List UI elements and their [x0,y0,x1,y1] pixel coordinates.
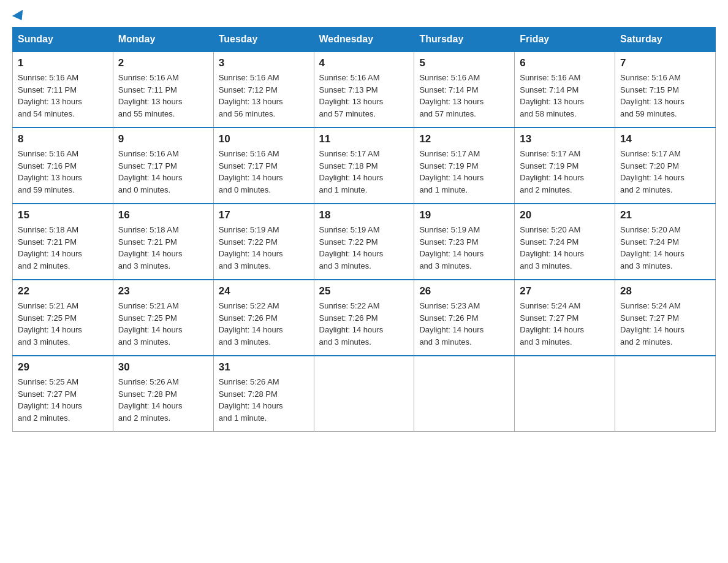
day-info: Sunrise: 5:23 AMSunset: 7:26 PMDaylight:… [419,300,509,348]
day-info: Sunrise: 5:17 AMSunset: 7:20 PMDaylight:… [620,148,710,196]
day-info: Sunrise: 5:17 AMSunset: 7:19 PMDaylight:… [520,148,610,196]
day-number: 29 [18,361,108,373]
day-number: 8 [18,133,108,145]
column-header-wednesday: Wednesday [314,28,414,52]
day-number: 25 [319,285,409,297]
day-info: Sunrise: 5:22 AMSunset: 7:26 PMDaylight:… [219,300,309,348]
day-info: Sunrise: 5:16 AMSunset: 7:16 PMDaylight:… [18,148,108,196]
calendar-cell: 27Sunrise: 5:24 AMSunset: 7:27 PMDayligh… [515,280,615,356]
day-info: Sunrise: 5:25 AMSunset: 7:27 PMDaylight:… [18,376,108,424]
day-number: 3 [219,57,309,69]
calendar-cell [414,356,515,432]
calendar-cell: 22Sunrise: 5:21 AMSunset: 7:25 PMDayligh… [13,280,113,356]
calendar-cell: 12Sunrise: 5:17 AMSunset: 7:19 PMDayligh… [414,128,515,204]
column-header-saturday: Saturday [615,28,716,52]
calendar-header-row: SundayMondayTuesdayWednesdayThursdayFrid… [13,28,716,52]
day-number: 24 [219,285,309,297]
column-header-sunday: Sunday [13,28,113,52]
calendar-cell: 2Sunrise: 5:16 AMSunset: 7:11 PMDaylight… [113,52,213,128]
day-number: 15 [18,209,108,221]
week-row-5: 29Sunrise: 5:25 AMSunset: 7:27 PMDayligh… [13,356,716,432]
day-number: 7 [620,57,710,69]
day-number: 10 [219,133,309,145]
day-number: 21 [620,209,710,221]
logo [12,12,26,21]
calendar-cell: 5Sunrise: 5:16 AMSunset: 7:14 PMDaylight… [414,52,515,128]
day-info: Sunrise: 5:24 AMSunset: 7:27 PMDaylight:… [620,300,710,348]
day-number: 12 [419,133,509,145]
calendar-cell: 19Sunrise: 5:19 AMSunset: 7:23 PMDayligh… [414,204,515,280]
day-info: Sunrise: 5:26 AMSunset: 7:28 PMDaylight:… [219,376,309,424]
day-number: 31 [219,361,309,373]
calendar-cell: 4Sunrise: 5:16 AMSunset: 7:13 PMDaylight… [314,52,414,128]
calendar-cell: 13Sunrise: 5:17 AMSunset: 7:19 PMDayligh… [515,128,615,204]
day-number: 19 [419,209,509,221]
day-number: 20 [520,209,610,221]
calendar-cell [314,356,414,432]
day-info: Sunrise: 5:19 AMSunset: 7:22 PMDaylight:… [219,224,309,272]
day-number: 17 [219,209,309,221]
day-info: Sunrise: 5:16 AMSunset: 7:14 PMDaylight:… [419,72,509,120]
calendar-cell: 23Sunrise: 5:21 AMSunset: 7:25 PMDayligh… [113,280,213,356]
day-number: 14 [620,133,710,145]
calendar-cell: 18Sunrise: 5:19 AMSunset: 7:22 PMDayligh… [314,204,414,280]
calendar-cell: 9Sunrise: 5:16 AMSunset: 7:17 PMDaylight… [113,128,213,204]
day-info: Sunrise: 5:21 AMSunset: 7:25 PMDaylight:… [18,300,108,348]
day-info: Sunrise: 5:20 AMSunset: 7:24 PMDaylight:… [520,224,610,272]
calendar-cell: 11Sunrise: 5:17 AMSunset: 7:18 PMDayligh… [314,128,414,204]
calendar-cell: 10Sunrise: 5:16 AMSunset: 7:17 PMDayligh… [213,128,314,204]
calendar-cell: 15Sunrise: 5:18 AMSunset: 7:21 PMDayligh… [13,204,113,280]
day-info: Sunrise: 5:20 AMSunset: 7:24 PMDaylight:… [620,224,710,272]
day-number: 11 [319,133,409,145]
day-info: Sunrise: 5:16 AMSunset: 7:12 PMDaylight:… [219,72,309,120]
day-number: 30 [118,361,208,373]
week-row-2: 8Sunrise: 5:16 AMSunset: 7:16 PMDaylight… [13,128,716,204]
day-info: Sunrise: 5:19 AMSunset: 7:23 PMDaylight:… [419,224,509,272]
day-number: 4 [319,57,409,69]
calendar-cell: 21Sunrise: 5:20 AMSunset: 7:24 PMDayligh… [615,204,716,280]
calendar-cell: 28Sunrise: 5:24 AMSunset: 7:27 PMDayligh… [615,280,716,356]
day-info: Sunrise: 5:16 AMSunset: 7:15 PMDaylight:… [620,72,710,120]
day-info: Sunrise: 5:16 AMSunset: 7:13 PMDaylight:… [319,72,409,120]
day-info: Sunrise: 5:19 AMSunset: 7:22 PMDaylight:… [319,224,409,272]
day-number: 16 [118,209,208,221]
day-number: 5 [419,57,509,69]
calendar-cell: 6Sunrise: 5:16 AMSunset: 7:14 PMDaylight… [515,52,615,128]
day-info: Sunrise: 5:26 AMSunset: 7:28 PMDaylight:… [118,376,208,424]
day-info: Sunrise: 5:16 AMSunset: 7:11 PMDaylight:… [18,72,108,120]
calendar-table: SundayMondayTuesdayWednesdayThursdayFrid… [12,27,716,432]
calendar-cell: 25Sunrise: 5:22 AMSunset: 7:26 PMDayligh… [314,280,414,356]
calendar-cell: 29Sunrise: 5:25 AMSunset: 7:27 PMDayligh… [13,356,113,432]
calendar-cell: 20Sunrise: 5:20 AMSunset: 7:24 PMDayligh… [515,204,615,280]
calendar-cell: 17Sunrise: 5:19 AMSunset: 7:22 PMDayligh… [213,204,314,280]
calendar-cell: 1Sunrise: 5:16 AMSunset: 7:11 PMDaylight… [13,52,113,128]
day-info: Sunrise: 5:16 AMSunset: 7:17 PMDaylight:… [118,148,208,196]
week-row-3: 15Sunrise: 5:18 AMSunset: 7:21 PMDayligh… [13,204,716,280]
day-info: Sunrise: 5:24 AMSunset: 7:27 PMDaylight:… [520,300,610,348]
day-number: 22 [18,285,108,297]
column-header-thursday: Thursday [414,28,515,52]
calendar-cell: 24Sunrise: 5:22 AMSunset: 7:26 PMDayligh… [213,280,314,356]
week-row-1: 1Sunrise: 5:16 AMSunset: 7:11 PMDaylight… [13,52,716,128]
day-info: Sunrise: 5:18 AMSunset: 7:21 PMDaylight:… [18,224,108,272]
day-number: 1 [18,57,108,69]
day-number: 28 [620,285,710,297]
column-header-monday: Monday [113,28,213,52]
day-number: 23 [118,285,208,297]
column-header-tuesday: Tuesday [213,28,314,52]
day-number: 2 [118,57,208,69]
calendar-cell: 7Sunrise: 5:16 AMSunset: 7:15 PMDaylight… [615,52,716,128]
day-info: Sunrise: 5:17 AMSunset: 7:19 PMDaylight:… [419,148,509,196]
day-number: 9 [118,133,208,145]
calendar-cell [615,356,716,432]
day-number: 27 [520,285,610,297]
day-info: Sunrise: 5:18 AMSunset: 7:21 PMDaylight:… [118,224,208,272]
day-info: Sunrise: 5:16 AMSunset: 7:11 PMDaylight:… [118,72,208,120]
day-info: Sunrise: 5:16 AMSunset: 7:14 PMDaylight:… [520,72,610,120]
week-row-4: 22Sunrise: 5:21 AMSunset: 7:25 PMDayligh… [13,280,716,356]
day-info: Sunrise: 5:21 AMSunset: 7:25 PMDaylight:… [118,300,208,348]
page-header [12,12,716,21]
calendar-cell: 30Sunrise: 5:26 AMSunset: 7:28 PMDayligh… [113,356,213,432]
column-header-friday: Friday [515,28,615,52]
calendar-cell: 16Sunrise: 5:18 AMSunset: 7:21 PMDayligh… [113,204,213,280]
